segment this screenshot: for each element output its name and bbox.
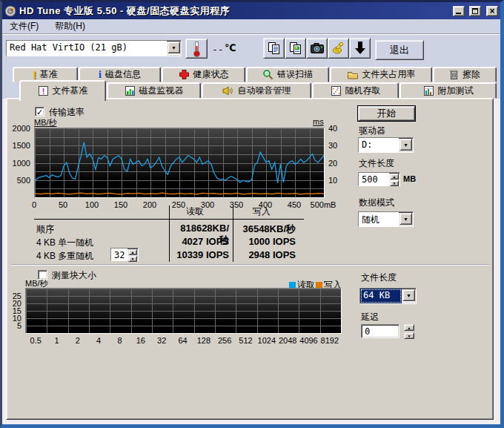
y-tick-label: 20 — [328, 159, 337, 168]
bar-chart-icon — [125, 85, 136, 96]
info-icon: i — [99, 69, 102, 81]
x-tick-label: 450 — [288, 200, 301, 209]
y-tick-label: 1000 — [13, 159, 30, 168]
queue-depth-spinner[interactable]: 32 ▲ ▼ — [110, 248, 139, 261]
file-length-up-button[interactable]: ▲ — [390, 174, 399, 180]
block-x-ticks: 0.512481632641282565121024204840968192 — [25, 336, 340, 346]
start-button[interactable]: 开始 — [358, 106, 415, 121]
tab-label: 文件基准 — [53, 85, 88, 97]
delay-up-button[interactable]: ▲ — [404, 324, 414, 331]
table-row-read: 10339 IOPS — [171, 249, 229, 260]
tab-health[interactable]: 健康状态 — [162, 67, 245, 82]
down-arrow-icon — [354, 41, 366, 56]
options-button[interactable] — [328, 38, 349, 59]
exit-button[interactable]: 退出 — [375, 40, 424, 60]
maximize-button[interactable] — [469, 6, 481, 16]
queue-depth-value: 32 — [111, 248, 127, 260]
data-mode-dropdown[interactable]: 随机 ▼ — [358, 211, 414, 227]
drive-dropdown-arrow-button[interactable]: ▼ — [399, 139, 412, 151]
drive-select-arrow-button[interactable]: ▼ — [168, 42, 180, 53]
tools-icon — [331, 41, 346, 56]
section-separator — [11, 264, 489, 266]
tab-label: 自动噪音管理 — [238, 85, 291, 97]
extra-tests-icon — [423, 85, 434, 96]
exclamation-icon: ! — [33, 69, 36, 81]
copy-text-icon — [267, 42, 281, 56]
exit-button-label: 退出 — [390, 44, 409, 57]
x-tick-label: 1 — [54, 336, 59, 345]
drive-select[interactable]: Red Hat VirtIO (21 gB) ▼ — [6, 40, 182, 56]
tab-erase[interactable]: 擦除 — [433, 67, 497, 82]
save-results-button[interactable] — [349, 38, 371, 59]
tab-random-access[interactable]: 随机存取 — [312, 82, 399, 99]
close-button[interactable]: × — [486, 6, 498, 16]
data-mode-arrow-button[interactable]: ▼ — [399, 213, 412, 225]
minimize-button[interactable] — [453, 6, 465, 16]
table-divider-1 — [169, 205, 170, 262]
table-row-label: 4 KB 多重随机 — [36, 250, 93, 263]
title-bar[interactable]: HD Tune 专业版 5.50 - 硬盘/固态硬盘实用程序 × — [2, 2, 500, 19]
y-right-ticks: 40302010 — [327, 128, 349, 197]
y-right-axis-title: ms — [313, 117, 324, 126]
random-dots-icon — [331, 85, 342, 96]
delay-label: 延迟 — [361, 311, 379, 323]
window-title: HD Tune 专业版 5.50 - 硬盘/固态硬盘实用程序 — [19, 4, 450, 18]
x-tick-label: 150 — [114, 200, 127, 209]
x-tick-label: 350 — [230, 200, 243, 209]
tab-extra-tests[interactable]: 附加测试 — [399, 82, 497, 99]
table-header-rule — [34, 219, 304, 220]
block-file-length-arrow-button[interactable]: ▼ — [402, 289, 415, 301]
delay-down-button[interactable]: ▼ — [404, 332, 414, 339]
menu-help[interactable]: 帮助(H) — [53, 19, 87, 33]
table-row-label: 顺序 — [36, 223, 54, 236]
delay-input[interactable]: 0 — [361, 324, 399, 338]
app-icon — [4, 5, 16, 17]
file-length-spinner[interactable]: 500 ▲ ▼ — [358, 172, 400, 186]
block-y-ticks: 252015105 — [7, 288, 23, 332]
x-tick-label: 4096 — [299, 336, 317, 345]
table-row-write: 36548KB/秒 — [236, 223, 296, 236]
data-mode-label: 数据模式 — [359, 197, 394, 209]
save-screenshot-button[interactable] — [306, 38, 328, 59]
tab-aam[interactable]: 自动噪音管理 — [202, 82, 311, 99]
x-tick-label: 100 — [85, 200, 99, 209]
block-file-length-dropdown[interactable]: 64 KB ▼ — [359, 288, 417, 304]
temperature-button[interactable] — [185, 39, 208, 59]
delay-spin-buttons: ▲ ▼ — [404, 324, 414, 339]
drive-dropdown[interactable]: D: ▼ — [358, 137, 414, 153]
y-tick-label: 500 — [17, 176, 30, 185]
tab-folder-usage[interactable]: 文件夹占用率 — [330, 67, 432, 82]
magnifier-icon — [262, 69, 273, 80]
tab-label: 磁盘监视器 — [139, 85, 184, 97]
table-row-write: 2948 IOPS — [236, 249, 296, 260]
maximize-icon — [472, 8, 478, 14]
queue-depth-down-button[interactable]: ▼ — [128, 256, 137, 262]
temperature-value: -- — [212, 44, 224, 55]
menu-file[interactable]: 文件(F) — [8, 19, 40, 33]
table-row-read: 4027 IOPS — [171, 236, 229, 247]
transfer-rate-checkbox[interactable]: ✓ — [35, 107, 44, 116]
svg-text:!: ! — [42, 87, 44, 96]
minimize-icon — [456, 13, 461, 14]
menu-bar: 文件(F) 帮助(H) — [2, 19, 500, 33]
file-benchmark-icon: ! — [38, 85, 49, 96]
tab-disk-monitor[interactable]: 磁盘监视器 — [107, 82, 201, 99]
y-tick-label: 1500 — [13, 141, 30, 150]
file-benchmark-panel: ✓ 传输速率 MB/秒 ms 200015001000500 40302010 … — [6, 98, 494, 420]
tab-error-scan[interactable]: 错误扫描 — [246, 67, 329, 82]
queue-depth-up-button[interactable]: ▲ — [128, 249, 137, 255]
drive-label: 驱动器 — [359, 125, 385, 137]
copy-text-button[interactable] — [263, 38, 285, 59]
folder-icon — [347, 70, 359, 80]
copy-screenshot-button[interactable] — [285, 38, 306, 59]
tab-label: 健康状态 — [193, 68, 229, 81]
table-col-write: 写入 — [244, 205, 279, 218]
x-tick-label: 2 — [76, 336, 80, 345]
file-length-down-button[interactable]: ▼ — [390, 180, 399, 186]
tab-file-benchmark[interactable]: ! 文件基准 — [19, 80, 106, 101]
block-size-chart — [25, 288, 342, 334]
thermometer-icon — [192, 41, 201, 57]
speaker-icon — [222, 85, 234, 96]
y-tick-label: 40 — [328, 124, 337, 133]
temperature-unit: ℃ — [225, 42, 236, 53]
